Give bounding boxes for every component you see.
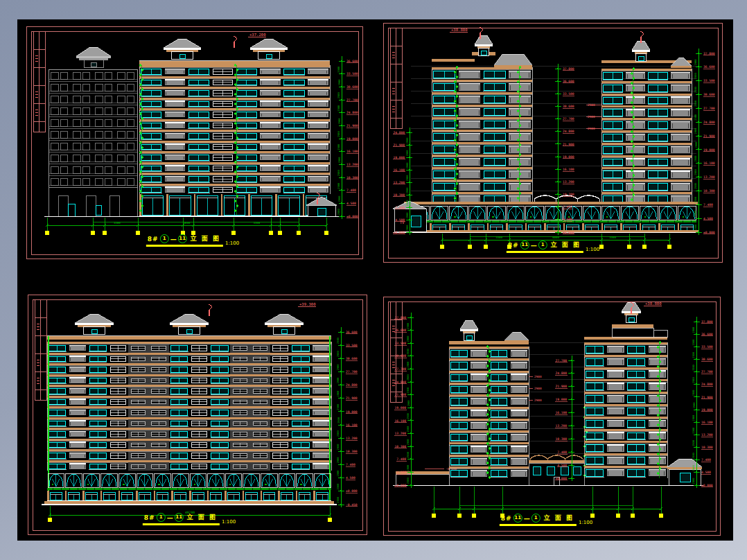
svg-text:2900: 2900: [695, 128, 698, 134]
svg-text:36.600: 36.600: [394, 329, 406, 332]
title-dash: —: [167, 514, 173, 521]
svg-text:2900: 2900: [337, 378, 340, 384]
svg-text:2900: 2900: [588, 115, 595, 119]
svg-text:7.400: 7.400: [703, 203, 713, 207]
svg-text:2900: 2900: [534, 399, 542, 402]
svg-text:2900: 2900: [695, 183, 698, 189]
svg-text:13.200: 13.200: [346, 437, 358, 440]
svg-text:2900: 2900: [695, 73, 698, 79]
svg-text:+39.300: +39.300: [299, 302, 316, 306]
svg-text:19.000: 19.000: [555, 398, 567, 401]
sheet-panel-top-left: +37.20036.600290033.500290030.600290027.…: [26, 26, 363, 259]
svg-text:2900: 2900: [693, 340, 696, 346]
svg-text:37.800: 37.800: [394, 316, 406, 320]
svg-text:10.300: 10.300: [346, 450, 358, 453]
svg-text:30.600: 30.600: [703, 93, 715, 96]
svg-text:16.100: 16.100: [346, 150, 358, 153]
svg-text:21.900: 21.900: [346, 124, 358, 128]
svg-text:3600: 3600: [184, 221, 191, 225]
main-building: [47, 314, 331, 505]
sheet-title-main: 8# 11 — 1 立 面 图: [500, 514, 577, 526]
title-prefix: 8#: [501, 515, 512, 522]
svg-text:4.500: 4.500: [557, 464, 567, 467]
svg-text:2900: 2900: [695, 114, 698, 121]
right-tower: [584, 302, 667, 478]
svg-text:2900: 2900: [693, 453, 696, 459]
svg-text:2900: 2900: [693, 403, 696, 409]
sheet-title-main: 8# 1 — 11 立 面 图: [143, 513, 220, 525]
svg-text:4.500: 4.500: [703, 217, 713, 220]
svg-text:7.400: 7.400: [563, 205, 572, 209]
svg-text:10.300: 10.300: [703, 189, 715, 193]
boundary-wall: -0.450: [396, 467, 457, 485]
title-prefix: 8#: [148, 236, 159, 243]
svg-text:±0.000: ±0.000: [563, 231, 574, 234]
svg-text:+38.800: +38.800: [645, 301, 662, 306]
sheet-title: 8# 11 — 1 立 面 图 1:100: [507, 240, 599, 253]
svg-text:16.100: 16.100: [701, 421, 713, 424]
svg-text:2900: 2900: [407, 323, 410, 329]
side-elevation-drawing: -0.450+38.80029002900290037.800290036.60…: [383, 297, 721, 536]
svg-text:2900: 2900: [407, 374, 410, 380]
svg-text:2900: 2900: [588, 127, 595, 130]
svg-text:19.000: 19.000: [394, 406, 406, 410]
title-label: 立 面 图: [187, 513, 217, 522]
svg-text:2900: 2900: [338, 67, 341, 73]
sheet-panel-bottom-right: -0.450+38.80029002900290037.800290036.60…: [383, 297, 721, 536]
axis-bubble-end: 11: [178, 234, 187, 243]
axis-bubble-start: 1: [157, 513, 166, 522]
svg-text:2900: 2900: [337, 497, 340, 503]
svg-text:4.500: 4.500: [563, 218, 572, 221]
svg-text:±0.000: ±0.000: [701, 484, 713, 487]
svg-text:13.200: 13.200: [703, 175, 715, 179]
svg-text:30.600: 30.600: [563, 105, 574, 108]
svg-text:2900: 2900: [406, 163, 409, 169]
svg-text:2900: 2900: [693, 415, 696, 421]
svg-text:±0.000: ±0.000: [555, 477, 567, 480]
svg-text:3300: 3300: [253, 221, 260, 225]
svg-text:2900: 2900: [338, 144, 341, 150]
svg-text:2900: 2900: [338, 183, 341, 189]
svg-text:24.800: 24.800: [563, 130, 574, 133]
svg-text:2900: 2900: [406, 188, 409, 194]
elevation-ladder-middle: 37.80036.60033.50030.60027.70024.80021.9…: [555, 64, 574, 235]
svg-text:2900: 2900: [338, 80, 341, 86]
svg-text:+37.200: +37.200: [249, 33, 266, 37]
svg-text:33.500: 33.500: [703, 79, 715, 82]
svg-text:13.200: 13.200: [393, 181, 405, 184]
arcade-shops: [44, 473, 334, 504]
svg-text:2900: 2900: [407, 349, 410, 355]
elevation-ladder-right: 36.600290033.500290030.600290027.7002900…: [337, 327, 358, 507]
svg-text:2900: 2900: [337, 417, 340, 423]
title-label: 立 面 图: [191, 234, 220, 243]
axis-bubble-end: 11: [175, 513, 184, 522]
elevation-ladder-right: 36.600290033.500290030.600290027.7002900…: [338, 56, 358, 219]
long-elevation-drawing: +39.30036.600290033.500290030.600290027.…: [28, 295, 367, 535]
svg-text:2900: 2900: [407, 452, 410, 458]
svg-text:33.500: 33.500: [346, 72, 358, 76]
svg-text:36.600: 36.600: [346, 60, 358, 63]
title-scale: 1:100: [586, 247, 599, 253]
svg-text:2900: 2900: [337, 351, 340, 357]
svg-text:2900: 2900: [693, 440, 696, 446]
svg-text:27.700: 27.700: [563, 117, 574, 121]
svg-text:2900: 2900: [338, 119, 341, 125]
svg-text:2900: 2900: [693, 327, 696, 333]
svg-text:2900: 2900: [406, 200, 409, 207]
svg-text:19.000: 19.000: [346, 410, 358, 414]
elevation-ladder-left: 24.800290021.900290019.000290016.1002900…: [393, 128, 412, 235]
svg-text:2900: 2900: [534, 375, 542, 378]
svg-text:2900: 2900: [588, 103, 595, 107]
title-dash: —: [170, 236, 177, 243]
svg-text:24.800: 24.800: [703, 121, 715, 124]
svg-text:36.600: 36.600: [701, 333, 713, 336]
svg-text:10.300: 10.300: [701, 446, 713, 449]
svg-text:2900: 2900: [693, 377, 696, 383]
svg-text:2900: 2900: [695, 100, 698, 107]
svg-text:37.800: 37.800: [701, 320, 713, 324]
svg-text:27.700: 27.700: [346, 370, 358, 374]
svg-text:7.400: 7.400: [396, 457, 406, 461]
svg-text:24.800: 24.800: [346, 111, 358, 114]
svg-text:6000: 6000: [552, 236, 559, 239]
left-tower: [449, 320, 529, 479]
